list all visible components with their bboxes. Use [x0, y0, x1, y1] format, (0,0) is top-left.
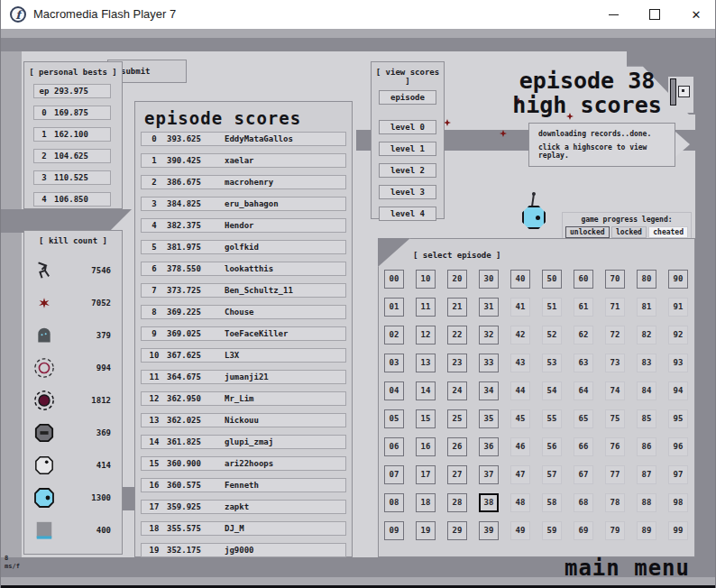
episode-cell-47[interactable]: 47: [510, 465, 530, 484]
episode-cell-05[interactable]: 05: [384, 409, 404, 428]
episode-cell-16[interactable]: 16: [416, 437, 436, 456]
episode-cell-82[interactable]: 82: [637, 326, 656, 345]
episode-cell-53[interactable]: 53: [542, 354, 562, 372]
score-row[interactable]: 13362.025Nickouu: [141, 413, 346, 427]
episode-cell-88[interactable]: 88: [637, 493, 656, 512]
episode-cell-97[interactable]: 97: [668, 465, 688, 484]
score-row[interactable]: 12362.950Mr_Lim: [141, 391, 346, 406]
episode-cell-54[interactable]: 54: [542, 381, 562, 400]
episode-cell-39[interactable]: 39: [479, 521, 499, 540]
episode-cell-03[interactable]: 03: [384, 354, 404, 372]
episode-cell-77[interactable]: 77: [605, 465, 625, 484]
episode-cell-30[interactable]: 30: [479, 270, 499, 289]
score-row[interactable]: 10367.625L3X: [141, 348, 346, 363]
score-row[interactable]: 17359.925zapkt: [141, 500, 346, 514]
episode-cell-20[interactable]: 20: [447, 270, 467, 289]
episode-cell-59[interactable]: 59: [542, 521, 562, 540]
episode-cell-45[interactable]: 45: [510, 409, 530, 428]
score-row[interactable]: 5381.975golfkid: [141, 240, 346, 254]
episode-cell-43[interactable]: 43: [510, 354, 530, 372]
episode-cell-18[interactable]: 18: [416, 493, 436, 512]
episode-cell-70[interactable]: 70: [605, 270, 625, 289]
episode-cell-93[interactable]: 93: [668, 354, 688, 372]
episode-cell-58[interactable]: 58: [542, 493, 562, 512]
level-3-button[interactable]: level 3: [379, 185, 436, 199]
episode-cell-22[interactable]: 22: [447, 326, 467, 345]
score-row[interactable]: 1390.425xaelar: [141, 153, 346, 168]
episode-cell-50[interactable]: 50: [542, 270, 562, 289]
level-0-button[interactable]: level 0: [379, 120, 436, 134]
episode-cell-06[interactable]: 06: [384, 437, 404, 456]
score-row[interactable]: 4382.375Hendor: [141, 218, 346, 233]
score-row[interactable]: 16360.575Fenneth: [141, 478, 346, 492]
episode-cell-56[interactable]: 56: [542, 437, 562, 456]
episode-cell-95[interactable]: 95: [668, 409, 688, 428]
episode-cell-44[interactable]: 44: [510, 381, 530, 400]
episode-cell-85[interactable]: 85: [637, 409, 656, 428]
episode-cell-75[interactable]: 75: [605, 409, 625, 428]
episode-cell-79[interactable]: 79: [605, 521, 625, 540]
score-row[interactable]: 2386.675macrohenry: [141, 175, 346, 189]
maximize-button[interactable]: [634, 0, 675, 29]
score-row[interactable]: 7373.725Ben_Schultz_11: [141, 283, 346, 298]
episode-cell-65[interactable]: 65: [574, 409, 593, 428]
episode-cell-84[interactable]: 84: [637, 381, 656, 400]
episode-cell-42[interactable]: 42: [510, 326, 530, 345]
episode-cell-26[interactable]: 26: [447, 437, 467, 456]
episode-cell-60[interactable]: 60: [574, 270, 593, 289]
episode-cell-74[interactable]: 74: [605, 381, 625, 400]
episode-cell-90[interactable]: 90: [668, 270, 688, 289]
episode-cell-63[interactable]: 63: [574, 354, 593, 372]
episode-cell-40[interactable]: 40: [510, 270, 530, 289]
episode-cell-25[interactable]: 25: [447, 409, 467, 428]
score-row[interactable]: 19352.175jg9000: [141, 543, 346, 557]
episode-cell-35[interactable]: 35: [479, 409, 499, 428]
level-1-button[interactable]: level 1: [379, 142, 436, 156]
score-row[interactable]: 18355.575DJ_M: [141, 521, 346, 536]
episode-cell-98[interactable]: 98: [668, 493, 688, 512]
episode-cell-29[interactable]: 29: [447, 521, 467, 540]
episode-cell-02[interactable]: 02: [384, 326, 404, 345]
score-row[interactable]: 11364.675jumanji21: [141, 370, 346, 384]
score-row[interactable]: 3384.825eru_bahagon: [141, 197, 346, 211]
episode-cell-69[interactable]: 69: [574, 521, 593, 540]
episode-cell-91[interactable]: 91: [668, 298, 688, 317]
episode-cell-51[interactable]: 51: [542, 298, 562, 317]
episode-cell-76[interactable]: 76: [605, 437, 625, 456]
episode-button[interactable]: episode: [379, 90, 436, 105]
episode-cell-32[interactable]: 32: [479, 326, 499, 345]
episode-cell-01[interactable]: 01: [384, 298, 404, 317]
episode-cell-00[interactable]: 00: [384, 270, 404, 289]
episode-cell-64[interactable]: 64: [574, 381, 593, 400]
episode-cell-57[interactable]: 57: [542, 465, 562, 484]
score-row[interactable]: 8369.225Chouse: [141, 305, 346, 319]
episode-cell-49[interactable]: 49: [510, 521, 530, 540]
episode-cell-66[interactable]: 66: [574, 437, 593, 456]
episode-cell-52[interactable]: 52: [542, 326, 562, 345]
episode-cell-67[interactable]: 67: [574, 465, 593, 484]
score-row[interactable]: 0393.625EddyMataGallos: [141, 132, 346, 146]
minimize-button[interactable]: [592, 0, 634, 29]
episode-cell-28[interactable]: 28: [447, 493, 467, 512]
episode-cell-14[interactable]: 14: [416, 381, 436, 400]
episode-cell-83[interactable]: 83: [637, 354, 656, 372]
episode-cell-71[interactable]: 71: [605, 298, 625, 317]
episode-cell-81[interactable]: 81: [637, 298, 656, 317]
episode-cell-41[interactable]: 41: [510, 298, 530, 317]
episode-cell-96[interactable]: 96: [668, 437, 688, 456]
episode-cell-19[interactable]: 19: [416, 521, 436, 540]
score-row[interactable]: 15360.900ari22hoops: [141, 456, 346, 471]
episode-cell-46[interactable]: 46: [510, 437, 530, 456]
episode-cell-17[interactable]: 17: [416, 465, 436, 484]
episode-cell-87[interactable]: 87: [637, 465, 656, 484]
episode-cell-24[interactable]: 24: [447, 381, 467, 400]
episode-cell-72[interactable]: 72: [605, 326, 625, 345]
episode-cell-27[interactable]: 27: [447, 465, 467, 484]
episode-cell-92[interactable]: 92: [668, 326, 688, 345]
episode-cell-13[interactable]: 13: [416, 354, 436, 372]
episode-cell-23[interactable]: 23: [447, 354, 467, 372]
episode-cell-89[interactable]: 89: [637, 521, 656, 540]
episode-cell-62[interactable]: 62: [574, 326, 593, 345]
episode-cell-12[interactable]: 12: [416, 326, 436, 345]
level-4-button[interactable]: level 4: [379, 207, 436, 221]
